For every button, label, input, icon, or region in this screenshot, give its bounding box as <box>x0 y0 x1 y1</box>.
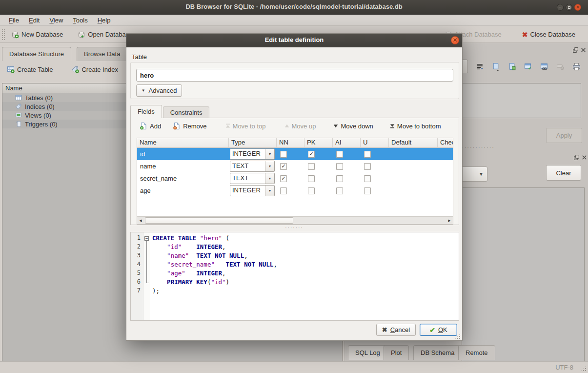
menu-tools[interactable]: Tools <box>68 15 92 25</box>
pk-checkbox[interactable] <box>308 187 315 194</box>
menu-help[interactable]: Help <box>93 15 116 25</box>
dialog-close-button[interactable]: ✕ <box>451 36 459 44</box>
move-to-bottom-button[interactable]: Move to bottom <box>387 121 444 132</box>
pk-checkbox[interactable] <box>308 163 315 170</box>
u-checkbox[interactable] <box>364 151 371 158</box>
field-row[interactable]: nameTEXT▾✓ <box>137 160 453 172</box>
ai-checkbox[interactable] <box>336 175 343 182</box>
nn-checkbox[interactable]: ✓ <box>280 175 287 182</box>
window-resize-grip[interactable] <box>581 366 587 372</box>
field-row[interactable]: secret_nameTEXT▾✓ <box>137 172 453 185</box>
encoding-indicator[interactable]: UTF-8 <box>555 364 573 371</box>
column-header-name[interactable]: Name <box>137 138 229 148</box>
horizontal-scrollbar[interactable]: ◀ ▶ <box>137 216 453 224</box>
clear-button[interactable]: Clear <box>546 165 581 181</box>
new-database-button[interactable]: New Database <box>7 29 67 41</box>
pk-checkbox[interactable] <box>308 175 315 182</box>
default-cell[interactable] <box>389 148 438 160</box>
scroll-right-icon[interactable]: ▶ <box>446 217 453 224</box>
u-checkbox[interactable] <box>364 163 371 170</box>
tab-browse-data[interactable]: Browse Data <box>77 47 127 61</box>
nn-checkbox[interactable] <box>280 187 287 194</box>
pk-checkbox[interactable]: ✓ <box>308 151 315 158</box>
type-combobox[interactable]: INTEGER▾ <box>230 185 275 196</box>
default-cell[interactable] <box>389 185 438 197</box>
column-header-pk[interactable]: PK <box>304 138 333 148</box>
move-down-button[interactable]: Move down <box>330 121 376 132</box>
field-row[interactable]: idINTEGER▾✓ <box>137 148 453 160</box>
nn-checkbox[interactable]: ✓ <box>280 163 287 170</box>
check-cell[interactable] <box>438 185 453 197</box>
dialog-splitter-handle[interactable]: ······· <box>126 225 462 230</box>
sql-preview[interactable]: 1234567 − CREATE TABLE "hero" ( "id" INT… <box>130 232 459 321</box>
field-row[interactable]: ageINTEGER▾ <box>137 185 453 197</box>
ai-checkbox[interactable] <box>336 151 343 158</box>
column-header-default[interactable]: Default <box>389 138 438 148</box>
combo-arrow-icon[interactable]: ▾ <box>265 161 274 171</box>
link-icon[interactable] <box>540 62 548 71</box>
dock2-close-icon[interactable] <box>581 154 588 161</box>
dock-splitter-handle[interactable]: ············ <box>462 145 495 150</box>
close-database-button[interactable]: ✖ Close Database <box>518 29 579 40</box>
tab-fields[interactable]: Fields <box>130 105 162 118</box>
cell-editor-textarea[interactable] <box>462 83 581 118</box>
tab-constraints[interactable]: Constraints <box>163 106 210 118</box>
field-name-cell[interactable]: secret_name <box>137 172 229 185</box>
close-window-button[interactable]: × <box>574 4 581 11</box>
ai-checkbox[interactable] <box>336 163 343 170</box>
import-icon[interactable] <box>492 62 500 71</box>
menu-view[interactable]: View <box>44 15 68 25</box>
remove-field-button[interactable]: Remove <box>170 120 209 132</box>
type-combobox[interactable]: INTEGER▾ <box>230 148 275 160</box>
dock-close-icon[interactable] <box>580 47 587 53</box>
tab-plot[interactable]: Plot <box>384 345 409 360</box>
ai-checkbox[interactable] <box>336 187 343 194</box>
check-cell[interactable] <box>438 160 453 172</box>
move-up-button[interactable]: Move up <box>282 121 319 132</box>
save-icon[interactable] <box>508 62 516 71</box>
create-table-button[interactable]: Create Table <box>3 63 57 75</box>
field-name-cell[interactable]: age <box>137 185 229 197</box>
export-icon[interactable] <box>524 62 532 71</box>
column-header-ai[interactable]: AI <box>333 138 361 148</box>
column-header-type[interactable]: Type <box>229 138 277 148</box>
sql-fold-margin[interactable]: − <box>143 232 150 320</box>
table-name-input[interactable] <box>136 69 453 82</box>
text-mode-icon[interactable] <box>476 62 484 71</box>
menu-file[interactable]: File <box>4 15 24 25</box>
nn-checkbox[interactable] <box>280 151 287 158</box>
cancel-button[interactable]: ✖ Cancel <box>376 324 416 336</box>
type-combobox[interactable]: TEXT▾ <box>230 173 275 184</box>
u-checkbox[interactable] <box>364 175 371 182</box>
u-checkbox[interactable] <box>364 187 371 194</box>
set-null-icon[interactable] <box>556 62 565 71</box>
window-titlebar[interactable]: DB Browser for SQLite - /home/user/code/… <box>0 0 588 15</box>
menu-edit[interactable]: Edit <box>24 15 44 25</box>
check-cell[interactable] <box>438 172 453 185</box>
combo-arrow-icon[interactable]: ▾ <box>265 173 274 184</box>
minimize-button[interactable]: − <box>557 4 564 11</box>
tab-sql-log[interactable]: SQL Log <box>348 345 387 360</box>
advanced-button[interactable]: ▼ Advanced <box>136 84 182 97</box>
dock2-float-icon[interactable] <box>573 154 580 161</box>
fold-marker[interactable]: − <box>143 234 150 243</box>
default-cell[interactable] <box>389 172 438 185</box>
toolbar-grip[interactable] <box>1 29 5 41</box>
maximize-button[interactable] <box>566 4 572 11</box>
combo-arrow-icon[interactable]: ▾ <box>265 149 274 159</box>
create-index-button[interactable]: Create Index <box>67 63 122 75</box>
ok-button[interactable]: ✔ OK <box>420 324 457 336</box>
column-header-nn[interactable]: NN <box>277 138 304 148</box>
scroll-left-icon[interactable]: ◀ <box>137 217 144 224</box>
tab-db-schema[interactable]: DB Schema <box>413 345 462 360</box>
combo-arrow-icon[interactable]: ▾ <box>265 186 274 196</box>
move-to-top-button[interactable]: Move to top <box>223 121 269 132</box>
type-combobox[interactable]: TEXT▾ <box>230 161 275 172</box>
dock-float-icon[interactable] <box>572 47 579 53</box>
dialog-titlebar[interactable]: Edit table definition ✕ <box>126 34 462 47</box>
apply-button[interactable]: Apply <box>546 128 582 143</box>
tab-remote[interactable]: Remote <box>458 345 495 360</box>
scrollbar-track[interactable] <box>144 217 446 224</box>
column-header-u[interactable]: U <box>361 138 389 148</box>
add-field-button[interactable]: Add <box>137 120 164 132</box>
